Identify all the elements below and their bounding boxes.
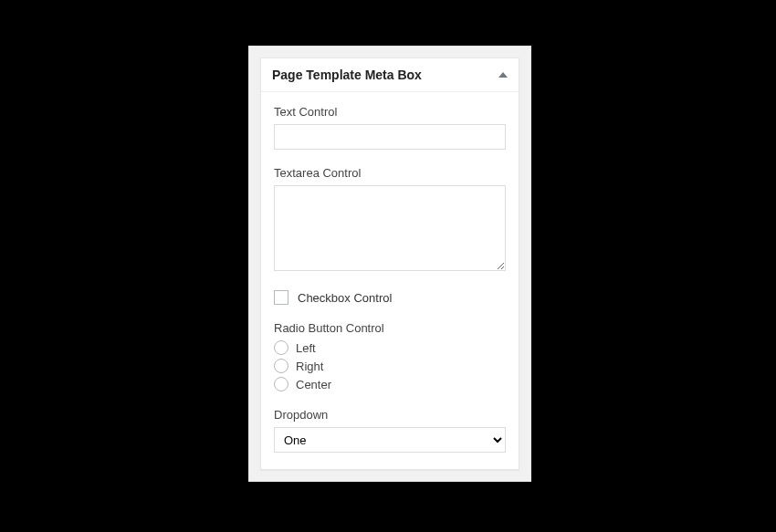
radio-icon [274,377,288,391]
textarea-control-input[interactable] [274,185,506,271]
checkbox-control-field: Checkbox Control [274,290,506,305]
meta-box-panel: Page Template Meta Box Text Control Text… [248,46,531,482]
radio-option-label: Right [296,360,323,373]
radio-option-left[interactable]: Left [274,340,506,355]
checkbox-control-row[interactable]: Checkbox Control [274,290,506,305]
radio-control-field: Radio Button Control Left Right Center [274,321,506,391]
radio-option-label: Center [296,378,331,391]
textarea-control-field: Textarea Control [274,166,506,274]
metabox-header[interactable]: Page Template Meta Box [261,58,519,92]
checkbox-icon [274,290,288,305]
dropdown-control-field: Dropdown One [274,408,506,453]
text-control-input[interactable] [274,124,506,150]
textarea-control-label: Textarea Control [274,166,506,180]
metabox-title: Page Template Meta Box [272,68,422,82]
metabox-body: Text Control Textarea Control Checkbox C… [261,92,519,469]
radio-icon [274,359,288,373]
page-template-metabox: Page Template Meta Box Text Control Text… [260,57,519,470]
radio-icon [274,340,288,355]
checkbox-control-label: Checkbox Control [298,291,392,305]
radio-control-label: Radio Button Control [274,321,506,335]
radio-option-right[interactable]: Right [274,359,506,373]
text-control-label: Text Control [274,105,506,119]
radio-option-center[interactable]: Center [274,377,506,391]
radio-group: Left Right Center [274,340,506,391]
dropdown-control-label: Dropdown [274,408,506,422]
radio-option-label: Left [296,341,316,355]
collapse-toggle-icon [498,72,508,78]
dropdown-control-select[interactable]: One [274,427,506,453]
text-control-field: Text Control [274,105,506,150]
